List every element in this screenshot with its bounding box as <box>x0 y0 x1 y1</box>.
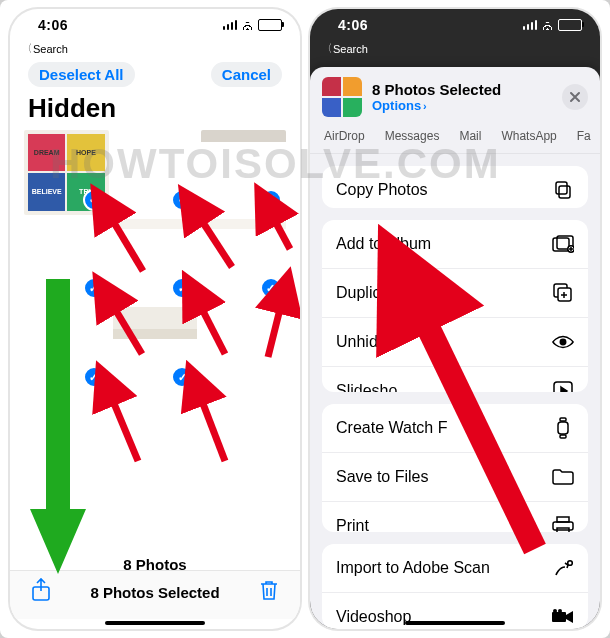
status-time: 4:06 <box>338 17 368 33</box>
svg-line-6 <box>268 309 280 357</box>
status-bar: 4:06 <box>310 9 600 41</box>
annotation-green-arrow <box>18 279 98 579</box>
back-label: Search <box>333 43 368 55</box>
svg-line-3 <box>275 221 290 249</box>
annotation-big-red-arrow <box>310 9 600 629</box>
phone-left: 4:06 〈 Search Deselect All Cancel Hidden… <box>10 9 300 629</box>
svg-line-2 <box>202 221 232 267</box>
svg-line-1 <box>113 221 143 271</box>
battery-icon <box>558 19 582 31</box>
cellular-icon <box>523 20 538 30</box>
wifi-icon <box>541 20 554 30</box>
svg-line-28 <box>425 321 535 549</box>
chevron-left-icon: 〈 <box>324 41 332 56</box>
status-indicators <box>523 19 583 31</box>
svg-line-8 <box>202 401 225 461</box>
back-to-search[interactable]: 〈 Search <box>310 41 600 60</box>
svg-rect-9 <box>46 279 70 513</box>
home-indicator[interactable] <box>405 621 505 625</box>
svg-line-4 <box>115 309 142 354</box>
svg-line-7 <box>113 401 138 461</box>
phone-right: 4:06 〈 Search 8 Photos Selected Options› <box>310 9 600 629</box>
svg-line-5 <box>202 309 225 354</box>
